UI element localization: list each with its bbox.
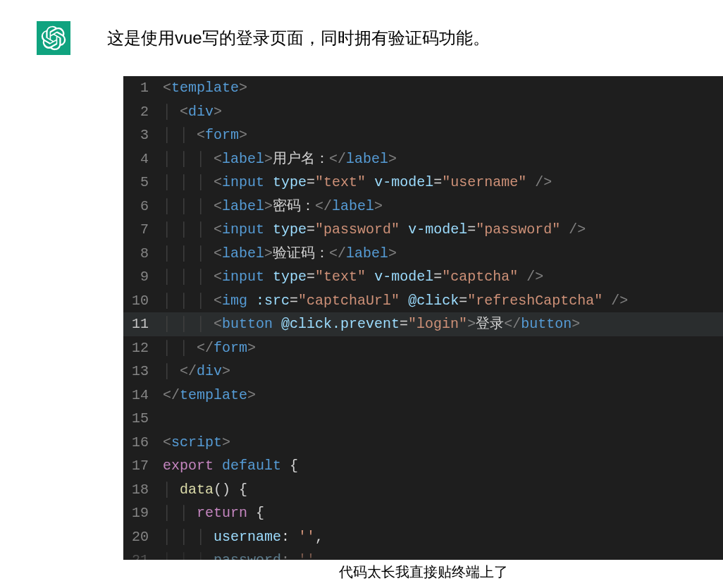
code-line[interactable]: 6│ │ │ <label>密码：</label> [123, 195, 723, 219]
token-tag-name: label [346, 151, 388, 167]
token-tag-bracket: </ [315, 198, 332, 214]
code-line[interactable]: 13│ </div> [123, 360, 723, 384]
indent-guide: │ │ [163, 336, 197, 360]
token-attr-value: "password" [476, 221, 560, 238]
token-tag-name: form [214, 340, 247, 356]
code-line[interactable]: 19│ │ return { [123, 501, 723, 525]
token-eq: = [307, 221, 315, 238]
code-content[interactable]: </template> [163, 384, 256, 408]
token-kw-export: export [163, 458, 214, 474]
code-content[interactable]: <input type="text" v-model="captcha" /> [214, 265, 543, 289]
code-line[interactable]: 2│ <div> [123, 100, 723, 124]
token-eq: = [307, 269, 315, 285]
code-line[interactable]: 15 [123, 407, 723, 431]
code-line[interactable]: 16<script> [123, 431, 723, 455]
code-block[interactable]: 1<template>2│ <div>3│ │ <form>4│ │ │ <la… [123, 76, 723, 560]
token-tag-bracket: > [214, 104, 222, 120]
code-line[interactable]: 10│ │ │ <img :src="captchaUrl" @click="r… [123, 289, 723, 313]
line-number: 20 [123, 525, 163, 549]
code-line[interactable]: 8│ │ │ <label>验证码：</label> [123, 242, 723, 266]
token-tag-bracket: > [239, 127, 247, 143]
code-line[interactable]: 20│ │ │ username: '', [123, 525, 723, 549]
line-number: 8 [123, 242, 163, 266]
token-text-content [214, 458, 222, 474]
code-content[interactable]: <label>密码：</label> [214, 195, 383, 219]
token-attr-value: "text" [315, 174, 366, 190]
code-line[interactable]: 12│ │ </form> [123, 336, 723, 360]
token-prop-name: password [214, 552, 281, 560]
token-tag-bracket: < [163, 80, 171, 96]
code-line[interactable]: 14</template> [123, 384, 723, 408]
token-attr-value: "captcha" [442, 269, 518, 285]
code-line[interactable]: 3│ │ <form> [123, 123, 723, 147]
token-text-content [602, 293, 611, 309]
token-tag-bracket: > [222, 434, 230, 451]
code-content[interactable]: password: '' [214, 549, 315, 560]
code-content[interactable]: username: '', [214, 525, 323, 549]
token-kw-default: default [222, 458, 281, 474]
code-content[interactable]: <template> [163, 76, 247, 100]
code-line[interactable]: 9│ │ │ <input type="text" v-model="captc… [123, 265, 723, 289]
line-number: 19 [123, 501, 163, 525]
openai-icon [41, 25, 66, 51]
token-tag-bracket: </ [197, 340, 214, 356]
token-attr-value: "text" [315, 269, 366, 285]
code-content[interactable]: <script> [163, 431, 230, 455]
code-content[interactable]: </div> [180, 360, 230, 384]
assistant-avatar [37, 21, 70, 55]
code-line[interactable]: 17export default { [123, 454, 723, 478]
indent-guide: │ │ │ [163, 171, 214, 195]
token-punct: : [281, 552, 290, 560]
indent-guide: │ │ │ [163, 147, 214, 171]
code-content[interactable]: return { [197, 501, 264, 525]
token-tag-bracket: < [214, 151, 222, 167]
indent-guide: │ │ │ [163, 265, 214, 289]
line-number: 9 [123, 265, 163, 289]
token-tag-bracket: < [180, 104, 188, 120]
code-line[interactable]: 4│ │ │ <label>用户名：</label> [123, 147, 723, 171]
token-tag-name: script [171, 434, 222, 451]
code-content[interactable]: <button @click.prevent="login">登录</butto… [214, 312, 580, 336]
token-text-content: 用户名： [273, 151, 329, 167]
token-tag-name: div [188, 104, 214, 120]
token-attr-name: @click [408, 293, 459, 309]
token-text-content [366, 269, 374, 285]
code-line[interactable]: 21│ │ │ password: '' [123, 549, 723, 560]
token-comma: , [315, 529, 323, 545]
code-content[interactable]: <label>用户名：</label> [214, 147, 397, 171]
line-number: 7 [123, 218, 163, 242]
code-line[interactable]: 18│ data() { [123, 478, 723, 502]
code-content[interactable]: <form> [197, 123, 247, 147]
token-eq: = [400, 316, 408, 332]
token-attr-value: "login" [408, 316, 467, 332]
token-tag-bracket: > [264, 245, 273, 262]
line-number: 3 [123, 123, 163, 147]
code-content[interactable]: <label>验证码：</label> [214, 242, 397, 266]
indent-guide: │ │ │ [163, 549, 214, 560]
code-content[interactable]: <img :src="captchaUrl" @click="refreshCa… [214, 289, 628, 313]
token-tag-bracket: > [388, 245, 397, 262]
token-text-content [400, 221, 408, 238]
token-tag-bracket: </ [329, 245, 346, 262]
token-tag-bracket: > [467, 316, 476, 332]
token-prop-name: username [214, 529, 281, 545]
code-content[interactable]: data() { [180, 478, 247, 502]
code-content[interactable]: <input type="text" v-model="username" /> [214, 171, 552, 195]
token-brace: { [290, 458, 298, 474]
token-text-content [560, 221, 569, 238]
token-text-content [366, 174, 374, 190]
token-brace: { [256, 505, 264, 521]
code-line[interactable]: 7│ │ │ <input type="password" v-model="p… [123, 218, 723, 242]
code-content[interactable]: export default { [163, 454, 298, 478]
code-line[interactable]: 11│ │ │ <button @click.prevent="login">登… [123, 312, 723, 336]
indent-guide: │ │ │ [163, 218, 214, 242]
code-line[interactable]: 1<template> [123, 76, 723, 100]
token-text-content [400, 293, 408, 309]
token-attr-name: :src [256, 293, 290, 309]
code-line[interactable]: 5│ │ │ <input type="text" v-model="usern… [123, 171, 723, 195]
code-content[interactable]: <div> [180, 100, 222, 124]
code-content[interactable]: </form> [197, 336, 256, 360]
code-content[interactable]: <input type="password" v-model="password… [214, 218, 586, 242]
indent-guide: │ │ │ [163, 312, 214, 336]
token-eq: = [290, 293, 298, 309]
